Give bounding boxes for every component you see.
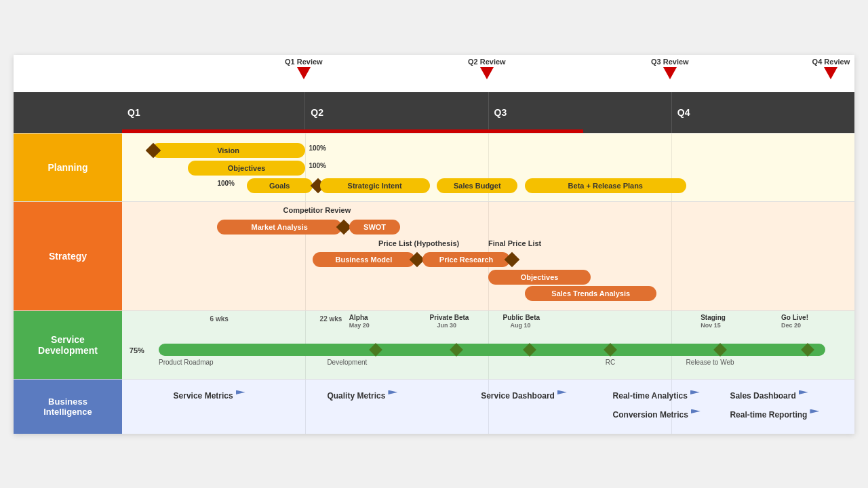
quality-metrics-item: Quality Metrics — [327, 390, 397, 401]
biz-intel-label: Business Intelligence — [14, 380, 122, 434]
biz-intel-row: Business Intelligence Service Metrics Qu… — [14, 379, 854, 434]
service-metrics-label: Service Metrics — [174, 391, 233, 401]
q1-segment: Q1 — [122, 92, 305, 133]
planning-row: Planning Vision 100% Objectives 100% 100… — [14, 133, 854, 201]
quality-metrics-label: Quality Metrics — [327, 391, 385, 401]
q4-review-marker: Q4 Review — [812, 58, 850, 79]
service-pct: 75% — [130, 346, 144, 354]
goals-pct: 100% — [217, 180, 235, 187]
realtime-analytics-flag — [690, 390, 700, 401]
realtime-reporting-item: Real-time Reporting — [730, 409, 819, 420]
reviews-row: Q1 Review Q2 Review Q3 Review Q4 Review — [122, 55, 854, 92]
service-dev-row: Service Development 6 wks 22 wks Alpha M… — [14, 310, 854, 379]
swot-bar: SWOT — [349, 220, 401, 235]
q4-segment: Q4 — [672, 92, 854, 133]
q2-segment: Q2 — [305, 92, 488, 133]
vision-bar: Vision — [151, 143, 305, 158]
private-beta-date: Jun 30 — [437, 322, 456, 329]
quarters-area: Q1 Q2 Q3 Q4 — [122, 92, 854, 133]
strategy-row: Strategy Competitor Review Market Analys… — [14, 201, 854, 310]
service-dev-content: 6 wks 22 wks Alpha May 20 Private Beta J… — [122, 311, 854, 379]
golive-date: Dec 20 — [781, 322, 801, 329]
conversion-metrics-flag — [691, 409, 701, 420]
service-dashboard-item: Service Dashboard — [481, 390, 567, 401]
service-dev-label: Service Development — [14, 311, 122, 379]
realtime-reporting-flag — [810, 409, 819, 420]
development-label: Development — [327, 359, 367, 366]
golive-label: Go Live! — [781, 314, 808, 321]
q2-review-label: Q2 Review — [468, 58, 506, 66]
q3-segment: Q3 — [489, 92, 672, 133]
timeline-header: Q1 Q2 Q3 Q4 — [14, 92, 854, 133]
quality-metrics-flag — [388, 390, 397, 401]
price-research-bar: Price Research — [422, 252, 511, 267]
price-list-hypothesis-label: Price List (Hypothesis) — [378, 239, 459, 247]
public-beta-label: Public Beta — [503, 314, 540, 321]
public-beta-date: Aug 10 — [510, 322, 530, 329]
q1-review-marker: Q1 Review — [285, 58, 323, 79]
label-spacer — [14, 92, 122, 133]
staging-label: Staging — [701, 314, 726, 321]
market-analysis-bar: Market Analysis — [217, 220, 342, 235]
rc-label: RC — [606, 359, 615, 366]
realtime-analytics-label: Real-time Analytics — [613, 391, 688, 401]
private-beta-label: Private Beta — [430, 314, 469, 321]
conversion-metrics-label: Conversion Metrics — [613, 410, 688, 420]
sales-dashboard-item: Sales Dashboard — [730, 390, 808, 401]
service-dashboard-label: Service Dashboard — [481, 391, 555, 401]
strategy-label: Strategy — [14, 202, 122, 310]
realtime-reporting-label: Real-time Reporting — [730, 410, 807, 420]
q2-review-triangle — [480, 67, 494, 79]
vision-pct: 100% — [309, 144, 326, 152]
realtime-analytics-item: Real-time Analytics — [613, 390, 700, 401]
q3-review-triangle — [663, 67, 677, 79]
twentytwo-wks-label: 22 wks — [320, 315, 342, 323]
alpha-date: May 20 — [349, 322, 370, 329]
q4-review-triangle — [824, 67, 837, 79]
q3-review-label: Q3 Review — [651, 58, 689, 66]
beta-release-bar: Beta + Release Plans — [525, 178, 686, 193]
competitor-review-label: Competitor Review — [283, 206, 351, 214]
release-to-web-label: Release to Web — [686, 359, 734, 366]
q1-review-triangle — [297, 67, 311, 79]
sales-trends-bar: Sales Trends Analysis — [525, 286, 656, 301]
objectives-pct: 100% — [309, 162, 326, 169]
q3-review-marker: Q3 Review — [651, 58, 689, 79]
service-metrics-item: Service Metrics — [174, 390, 245, 401]
planning-label: Planning — [14, 134, 122, 201]
staging-date: Nov 15 — [701, 322, 721, 329]
q4-review-label: Q4 Review — [812, 58, 850, 66]
goals-bar: Goals — [247, 178, 313, 193]
product-roadmap-label: Product Roadmap — [159, 359, 214, 366]
conversion-metrics-item: Conversion Metrics — [613, 409, 701, 420]
objectives-bar: Objectives — [188, 161, 305, 176]
q1-review-label: Q1 Review — [285, 58, 323, 66]
sales-budget-bar: Sales Budget — [437, 178, 517, 193]
final-price-list-label: Final Price List — [488, 239, 541, 247]
strategy-content: Competitor Review Market Analysis SWOT P… — [122, 202, 854, 310]
quarter-bar: Q1 Q2 Q3 Q4 — [122, 92, 854, 133]
strategic-intent-bar: Strategic Intent — [320, 178, 430, 193]
biz-intel-content: Service Metrics Quality Metrics Service … — [122, 380, 854, 434]
service-dashboard-flag — [557, 390, 567, 401]
strategy-objectives-bar: Objectives — [488, 270, 591, 285]
alpha-label: Alpha — [349, 314, 368, 321]
gantt-chart: Q1 Review Q2 Review Q3 Review Q4 Review … — [14, 55, 854, 434]
six-wks-label: 6 wks — [210, 315, 229, 323]
progress-bar — [122, 129, 583, 133]
sales-dashboard-flag — [799, 390, 808, 401]
sales-dashboard-label: Sales Dashboard — [730, 391, 795, 401]
service-metrics-flag — [236, 390, 245, 401]
planning-content: Vision 100% Objectives 100% 100% Goals S… — [122, 134, 854, 201]
business-model-bar: Business Model — [313, 252, 415, 267]
q2-review-marker: Q2 Review — [468, 58, 506, 79]
